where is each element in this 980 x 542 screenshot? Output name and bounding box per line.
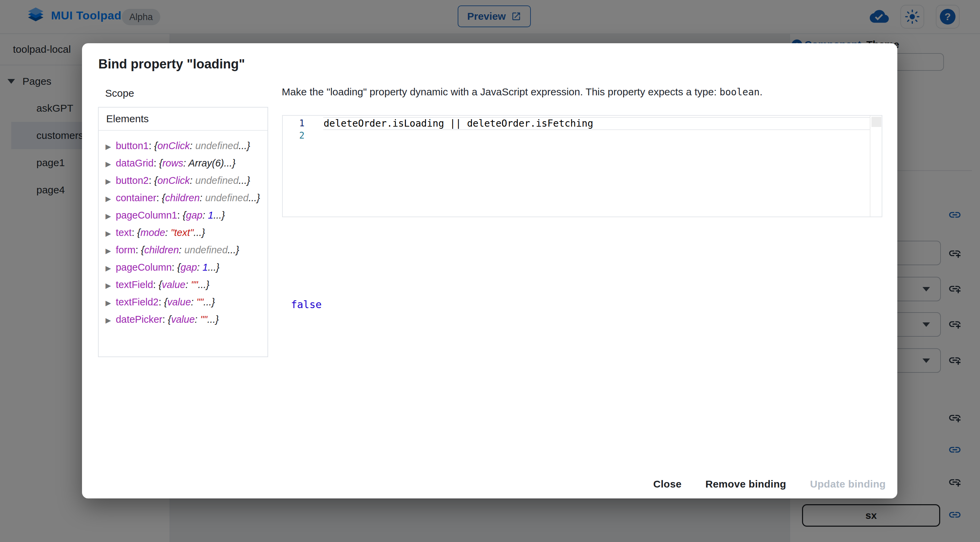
- tree-token: :: [179, 244, 185, 255]
- scope-tree-item-button2[interactable]: ▶button2: {onClick: undefined...}: [105, 172, 261, 190]
- tree-token: :: [195, 314, 200, 325]
- editor-line[interactable]: 2: [283, 129, 324, 142]
- tree-token: {: [168, 314, 171, 325]
- tree-token: value: [162, 279, 185, 290]
- tree-token: {: [162, 192, 165, 203]
- code-text: deleteOrder.isLoading || deleteOrder.isF…: [324, 118, 593, 129]
- scope-tree: ▶button1: {onClick: undefined...}▶dataGr…: [99, 131, 267, 328]
- tree-token: {: [137, 227, 140, 238]
- tree-token: :: [183, 158, 188, 169]
- scope-tree-item-button1[interactable]: ▶button1: {onClick: undefined...}: [105, 137, 261, 155]
- tree-token: :: [197, 262, 202, 273]
- scope-tree-item-container[interactable]: ▶container: {children: undefined...}: [105, 190, 261, 207]
- description-text: Make the "loading" property dynamic with…: [282, 86, 719, 97]
- expand-caret-icon[interactable]: ▶: [105, 195, 111, 202]
- tree-token: ...}: [224, 158, 235, 169]
- expand-caret-icon[interactable]: ▶: [105, 247, 111, 255]
- tree-token: {: [164, 297, 167, 308]
- tree-token: ...}: [198, 279, 210, 290]
- tree-item-name: datePicker: [116, 314, 162, 325]
- tree-item-colon: :: [156, 192, 162, 203]
- tree-token: {: [141, 244, 144, 255]
- tree-token: gap: [180, 262, 197, 273]
- tree-token: value: [167, 297, 191, 308]
- line-number: 2: [283, 131, 305, 140]
- expand-caret-icon[interactable]: ▶: [105, 160, 111, 168]
- app-root: MUI Toolpad Alpha Preview ? toolpad-loca…: [0, 0, 980, 542]
- tree-item-colon: :: [132, 227, 137, 238]
- scope-tree-item-datePicker[interactable]: ▶datePicker: {value: ""...}: [105, 311, 261, 328]
- expand-caret-icon[interactable]: ▶: [105, 299, 111, 307]
- editor-line[interactable]: 1deleteOrder.isLoading || deleteOrder.is…: [283, 117, 593, 129]
- scope-tree-item-textField[interactable]: ▶textField: {value: ""...}: [105, 276, 261, 294]
- tree-token: undefined: [195, 140, 239, 151]
- line-number: 1: [283, 118, 305, 128]
- tree-token: :: [200, 192, 205, 203]
- expand-caret-icon[interactable]: ▶: [105, 282, 111, 289]
- tree-token: 1: [202, 262, 208, 273]
- tree-token: gap: [186, 210, 202, 221]
- expand-caret-icon[interactable]: ▶: [105, 264, 111, 272]
- tree-token: onClick: [158, 175, 190, 186]
- update-binding-button[interactable]: Update binding: [804, 475, 892, 493]
- tree-item-colon: :: [153, 279, 159, 290]
- tree-token: ...}: [228, 244, 239, 255]
- tree-token: ...}: [248, 192, 260, 203]
- tree-token: {: [159, 158, 163, 169]
- tree-token: ...}: [207, 314, 219, 325]
- description-period: .: [759, 86, 762, 97]
- scope-tree-item-textField2[interactable]: ▶textField2: {value: ""...}: [105, 294, 261, 311]
- tree-token: undefined: [185, 244, 228, 255]
- tree-item-name: button2: [116, 175, 149, 186]
- scope-tree-item-dataGrid[interactable]: ▶dataGrid: {rows: Array(6)...}: [105, 155, 261, 172]
- tree-item-colon: :: [135, 244, 141, 255]
- tree-token: ...}: [204, 297, 215, 308]
- tree-item-colon: :: [172, 262, 177, 273]
- dialog-description: Make the "loading" property dynamic with…: [282, 86, 881, 98]
- expand-caret-icon[interactable]: ▶: [105, 230, 111, 237]
- tree-token: :: [185, 279, 191, 290]
- remove-binding-button[interactable]: Remove binding: [699, 475, 792, 493]
- tree-item-name: textField: [116, 279, 153, 290]
- description-type: boolean: [719, 86, 759, 98]
- bind-property-dialog: Bind property "loading" Scope Elements ▶…: [82, 43, 897, 499]
- scope-tree-item-pageColumn1[interactable]: ▶pageColumn1: {gap: 1...}: [105, 207, 261, 224]
- expand-caret-icon[interactable]: ▶: [105, 143, 111, 150]
- tree-item-colon: :: [177, 210, 183, 221]
- tree-token: {: [154, 140, 158, 151]
- expand-caret-icon[interactable]: ▶: [105, 212, 111, 220]
- tree-token: :: [202, 210, 208, 221]
- tree-item-colon: :: [149, 175, 154, 186]
- expand-caret-icon[interactable]: ▶: [105, 316, 111, 324]
- scope-elements-panel: Elements ▶button1: {onClick: undefined..…: [98, 107, 268, 357]
- tree-token: rows: [162, 158, 183, 169]
- tree-item-name: dataGrid: [116, 158, 153, 169]
- editor-scrollbar-divider: [870, 116, 870, 217]
- tree-token: value: [171, 314, 195, 325]
- tree-item-name: form: [116, 244, 135, 255]
- tree-item-colon: :: [162, 314, 168, 325]
- code-editor[interactable]: 1deleteOrder.isLoading || deleteOrder.is…: [282, 115, 882, 217]
- tree-token: "": [200, 314, 207, 325]
- tree-token: :: [190, 140, 195, 151]
- tree-item-colon: :: [149, 140, 154, 151]
- editor-scrollbar-thumb[interactable]: [872, 117, 881, 127]
- scope-tree-item-text[interactable]: ▶text: {mode: "text"...}: [105, 224, 261, 242]
- tree-token: :: [165, 227, 170, 238]
- expand-caret-icon[interactable]: ▶: [105, 177, 111, 185]
- tree-token: children: [144, 244, 179, 255]
- tree-token: ...}: [239, 175, 250, 186]
- tree-item-name: pageColumn: [116, 262, 172, 273]
- tree-token: {: [183, 210, 186, 221]
- tree-token: {: [154, 175, 158, 186]
- tree-token: 1: [208, 210, 213, 221]
- tree-item-name: text: [116, 227, 132, 238]
- tree-token: onClick: [158, 140, 190, 151]
- tree-token: ...}: [208, 262, 220, 273]
- scope-tree-item-pageColumn[interactable]: ▶pageColumn: {gap: 1...}: [105, 259, 261, 276]
- dialog-actions: Close Remove binding Update binding: [647, 475, 892, 493]
- scope-tree-item-form[interactable]: ▶form: {children: undefined...}: [105, 242, 261, 259]
- close-button[interactable]: Close: [647, 475, 688, 493]
- tree-token: undefined: [195, 175, 239, 186]
- tree-item-name: pageColumn1: [116, 210, 177, 221]
